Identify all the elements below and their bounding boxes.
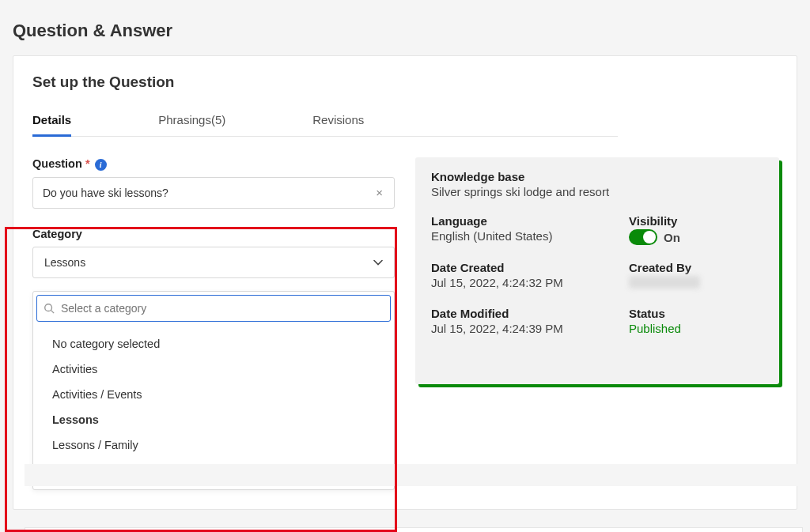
page-title: Question & Answer bbox=[13, 21, 797, 41]
created-by-label: Created By bbox=[629, 261, 763, 274]
category-option-selected[interactable]: Lessons bbox=[33, 407, 394, 432]
left-column: Question * i × Category Lessons bbox=[32, 157, 395, 490]
metadata-panel: Knowledge base Silver springs ski lodge … bbox=[415, 157, 779, 384]
category-option[interactable]: Activities bbox=[33, 357, 394, 382]
category-search-input[interactable] bbox=[59, 301, 384, 315]
question-card: Set up the Question Details Phrasings(5)… bbox=[13, 55, 797, 510]
category-option[interactable]: Lessons / Family bbox=[33, 432, 394, 458]
search-icon bbox=[44, 303, 55, 314]
tab-details[interactable]: Details bbox=[32, 107, 71, 137]
category-dropdown: No category selected Activities Activiti… bbox=[32, 291, 395, 490]
tab-revisions[interactable]: Revisions bbox=[312, 107, 364, 136]
date-created-value: Jul 15, 2022, 4:24:32 PM bbox=[431, 276, 629, 289]
category-option[interactable]: Activities / Events bbox=[33, 382, 394, 407]
card-title: Set up the Question bbox=[32, 74, 778, 91]
question-label-text: Question bbox=[32, 157, 82, 170]
language-label: Language bbox=[431, 214, 629, 228]
tab-bar: Details Phrasings(5) Revisions bbox=[32, 107, 618, 137]
kb-value: Silver springs ski lodge and resort bbox=[431, 185, 629, 198]
date-modified-label: Date Modified bbox=[431, 307, 629, 320]
divider-strip bbox=[25, 464, 803, 486]
category-select[interactable]: Lessons bbox=[32, 247, 395, 278]
svg-point-0 bbox=[45, 304, 52, 311]
visibility-label: Visibility bbox=[629, 214, 763, 228]
info-icon[interactable]: i bbox=[95, 159, 107, 171]
toggle-track bbox=[629, 229, 657, 245]
category-search-wrap[interactable] bbox=[36, 295, 391, 322]
language-value: English (United States) bbox=[431, 229, 629, 243]
question-input[interactable] bbox=[41, 186, 373, 200]
date-modified-value: Jul 15, 2022, 4:24:39 PM bbox=[431, 322, 629, 335]
category-label: Category bbox=[32, 228, 395, 240]
required-asterisk: * bbox=[85, 157, 90, 170]
kb-label: Knowledge base bbox=[431, 170, 629, 183]
tab-phrasings[interactable]: Phrasings(5) bbox=[158, 107, 225, 136]
created-by-value bbox=[629, 276, 763, 291]
visibility-value: On bbox=[664, 231, 680, 244]
status-label: Status bbox=[629, 307, 763, 320]
date-created-label: Date Created bbox=[431, 261, 629, 274]
visibility-toggle[interactable]: On bbox=[629, 229, 680, 245]
chevron-down-icon bbox=[373, 256, 383, 268]
lower-panel bbox=[25, 527, 803, 532]
question-input-wrap[interactable]: × bbox=[32, 177, 395, 209]
clear-icon[interactable]: × bbox=[373, 186, 386, 199]
status-value: Published bbox=[629, 322, 763, 335]
question-label: Question * i bbox=[32, 157, 395, 171]
category-selected-value: Lessons bbox=[44, 256, 85, 269]
right-column: Knowledge base Silver springs ski lodge … bbox=[415, 157, 779, 490]
category-option[interactable]: No category selected bbox=[33, 331, 394, 357]
svg-line-1 bbox=[51, 310, 55, 313]
